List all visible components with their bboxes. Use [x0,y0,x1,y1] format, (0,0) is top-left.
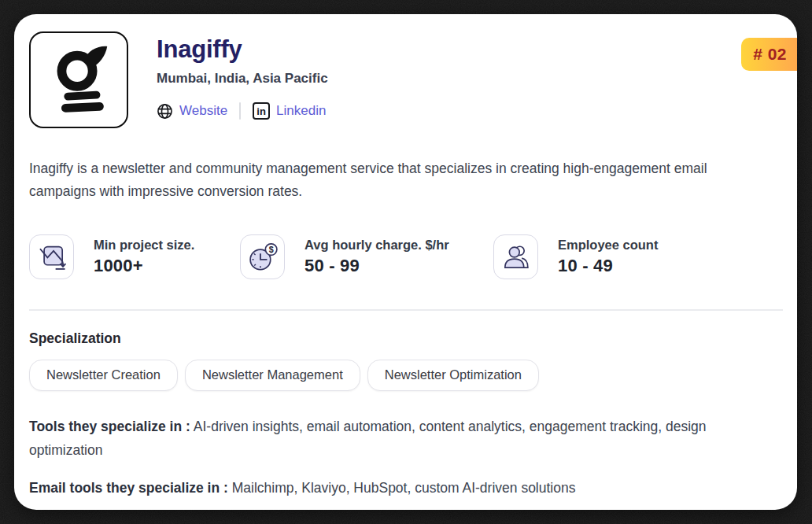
stat-avg-hourly-charge: $ Avg hourly charge. $/hr 50 - 99 [240,234,493,279]
company-profile-card: # 02 Inagiffy [14,14,797,510]
stat-text: Min project size. 1000+ [94,238,194,276]
svg-text:$: $ [269,245,274,254]
inagiffy-logo-icon [40,42,117,119]
stat-value: 50 - 99 [304,256,449,276]
company-logo [29,31,128,128]
email-tools-specialize-line: Email tools they specialize in : Mailchi… [29,476,783,500]
links-divider [239,102,241,120]
chart-arrow-icon [35,241,68,273]
page-background: # 02 Inagiffy [0,0,812,524]
tag-newsletter-optimization[interactable]: Newsletter Optimization [367,360,539,391]
stats-row: Min project size. 1000+ $ [29,234,783,279]
stat-label: Avg hourly charge. $/hr [304,238,449,253]
stat-value: 1000+ [94,256,194,276]
company-head-text: Inagiffy Mumbai, India, Asia Pacific Web… [157,31,328,128]
specialization-tags: Newsletter Creation Newsletter Managemen… [29,360,783,391]
tools-label: Tools they specialize in : [29,419,190,434]
section-divider [29,309,783,311]
linkedin-link[interactable]: in Linkedin [253,102,326,120]
linkedin-link-label: Linkedin [276,103,326,119]
people-icon [500,241,532,273]
email-tools-label: Email tools they specialize in : [29,480,228,496]
stat-text: Avg hourly charge. $/hr 50 - 99 [304,238,449,276]
globe-icon [157,103,173,120]
clock-dollar-icon: $ [246,241,279,273]
card-content: Inagiffy Mumbai, India, Asia Pacific Web… [14,14,797,510]
stat-icon-box [29,234,74,279]
tag-newsletter-creation[interactable]: Newsletter Creation [29,360,178,391]
stat-label: Employee count [558,238,658,253]
stat-value: 10 - 49 [558,256,658,276]
stat-text: Employee count 10 - 49 [558,238,658,276]
website-link[interactable]: Website [157,103,227,120]
company-location: Mumbai, India, Asia Pacific [157,71,328,87]
linkedin-icon: in [253,102,270,120]
email-tools-value: Mailchimp, Klaviyo, HubSpot, custom AI-d… [232,480,576,496]
specialization-heading: Specialization [29,330,783,347]
stat-employee-count: Employee count 10 - 49 [493,234,658,279]
company-description: Inagiffy is a newsletter and community m… [29,157,751,203]
stat-icon-box [493,234,538,279]
company-header: Inagiffy Mumbai, India, Asia Pacific Web… [29,31,783,128]
stat-label: Min project size. [94,238,194,253]
stat-icon-box: $ [240,234,285,279]
website-link-label: Website [179,103,227,119]
external-links: Website in Linkedin [157,102,328,120]
tools-specialize-line: Tools they specialize in : AI-driven ins… [29,415,783,462]
stat-min-project-size: Min project size. 1000+ [29,234,240,279]
tag-newsletter-management[interactable]: Newsletter Management [185,360,360,391]
page-title: Inagiffy [157,35,328,64]
